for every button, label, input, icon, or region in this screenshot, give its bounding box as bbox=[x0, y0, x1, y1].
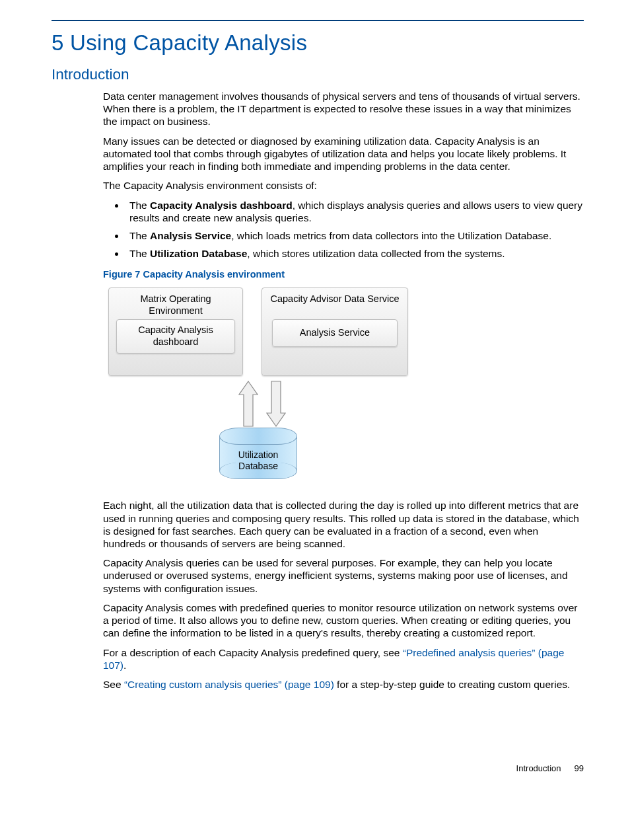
diagram: Matrix Operating Environment Capacity Ad… bbox=[103, 287, 420, 486]
top-rule bbox=[52, 20, 584, 21]
text: The bbox=[129, 230, 150, 241]
footer-section-label: Introduction bbox=[516, 763, 561, 773]
figure-caption: Figure 7 Capacity Analysis environment bbox=[103, 269, 584, 281]
diagram-cylinder-db: Utilization Database bbox=[219, 428, 297, 479]
arrow-down-icon bbox=[264, 379, 288, 429]
diagram-label: Capacity Analysis dashboard bbox=[121, 325, 230, 348]
diagram-box-analysis-service: Analysis Service bbox=[272, 319, 398, 347]
diagram-label: Capacity Advisor Data Service bbox=[270, 293, 399, 305]
bullet-list: The Capacity Analysis dashboard, which d… bbox=[103, 199, 584, 260]
bold-term: Analysis Service bbox=[150, 230, 231, 241]
text: See bbox=[103, 679, 124, 690]
page-footer: Introduction99 bbox=[52, 763, 584, 773]
list-item: The Utilization Database, which stores u… bbox=[125, 247, 584, 260]
paragraph: Many issues can be detected or diagnosed… bbox=[103, 135, 584, 173]
link-custom-queries[interactable]: “Creating custom analysis queries” (page… bbox=[124, 679, 334, 690]
paragraph: The Capacity Analysis environment consis… bbox=[103, 179, 584, 192]
text: The bbox=[129, 248, 150, 259]
diagram-box-dashboard: Capacity Analysis dashboard bbox=[116, 319, 235, 354]
diagram-label: Analysis Service bbox=[300, 327, 370, 339]
footer-page-number: 99 bbox=[575, 763, 584, 773]
diagram-label: Utilization Database bbox=[232, 449, 285, 473]
paragraph: Data center management involves thousand… bbox=[103, 90, 584, 128]
list-item: The Analysis Service, which loads metric… bbox=[125, 229, 584, 242]
text: The bbox=[129, 200, 150, 211]
paragraph: Each night, all the utilization data tha… bbox=[103, 499, 584, 550]
arrow-up-icon bbox=[236, 379, 260, 429]
bold-term: Capacity Analysis dashboard bbox=[150, 200, 293, 211]
paragraph: Capacity Analysis queries can be used fo… bbox=[103, 556, 584, 595]
chapter-title: 5 Using Capacity Analysis bbox=[52, 30, 584, 56]
list-item: The Capacity Analysis dashboard, which d… bbox=[125, 199, 584, 224]
paragraph: See “Creating custom analysis queries” (… bbox=[103, 678, 584, 691]
diagram-label: Matrix Operating Environment bbox=[113, 293, 238, 317]
bold-term: Utilization Database bbox=[150, 248, 247, 259]
text: . bbox=[123, 660, 126, 671]
text: , which stores utilization data collecte… bbox=[247, 248, 505, 259]
paragraph: For a description of each Capacity Analy… bbox=[103, 646, 584, 671]
paragraph: Capacity Analysis comes with predefined … bbox=[103, 601, 584, 640]
text: , which loads metrics from data collecto… bbox=[231, 230, 551, 241]
section-title: Introduction bbox=[52, 66, 584, 83]
text: for a step-by-step guide to creating cus… bbox=[334, 679, 571, 690]
text: For a description of each Capacity Analy… bbox=[103, 647, 403, 658]
